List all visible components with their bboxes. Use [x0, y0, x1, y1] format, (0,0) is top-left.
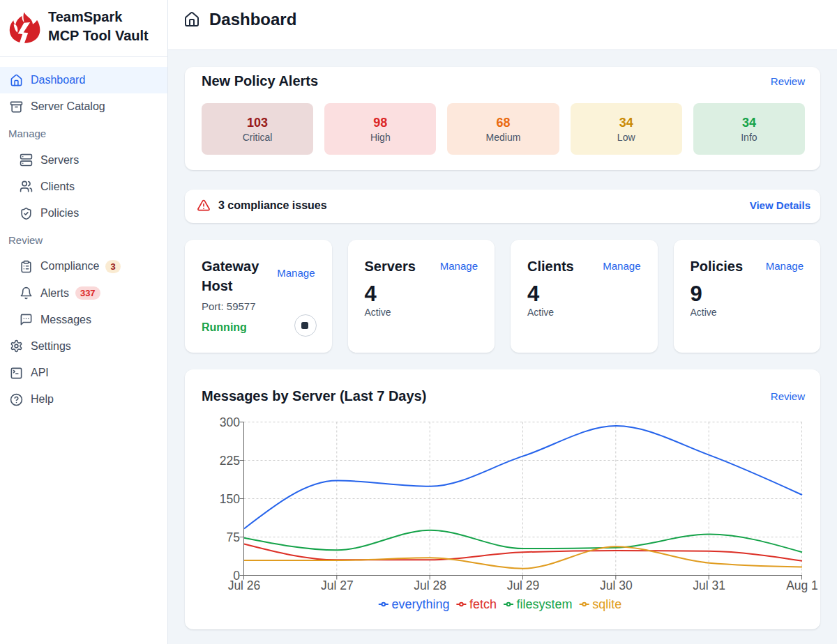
svg-text:filesystem: filesystem	[517, 597, 573, 611]
svg-text:Aug 1: Aug 1	[786, 578, 818, 592]
svg-text:Jul 30: Jul 30	[600, 578, 633, 592]
svg-text:Jul 29: Jul 29	[507, 578, 540, 592]
svg-text:fetch: fetch	[469, 597, 497, 611]
svg-text:75: 75	[227, 530, 240, 544]
svg-text:Jul 26: Jul 26	[228, 578, 261, 592]
svg-text:everything: everything	[391, 597, 449, 611]
svg-text:300: 300	[220, 415, 240, 429]
svg-text:150: 150	[220, 492, 240, 506]
svg-text:225: 225	[220, 454, 240, 468]
svg-text:Jul 28: Jul 28	[414, 578, 446, 592]
svg-text:Jul 27: Jul 27	[321, 578, 354, 592]
svg-text:Jul 31: Jul 31	[693, 578, 725, 592]
svg-text:sqlite: sqlite	[592, 597, 621, 611]
